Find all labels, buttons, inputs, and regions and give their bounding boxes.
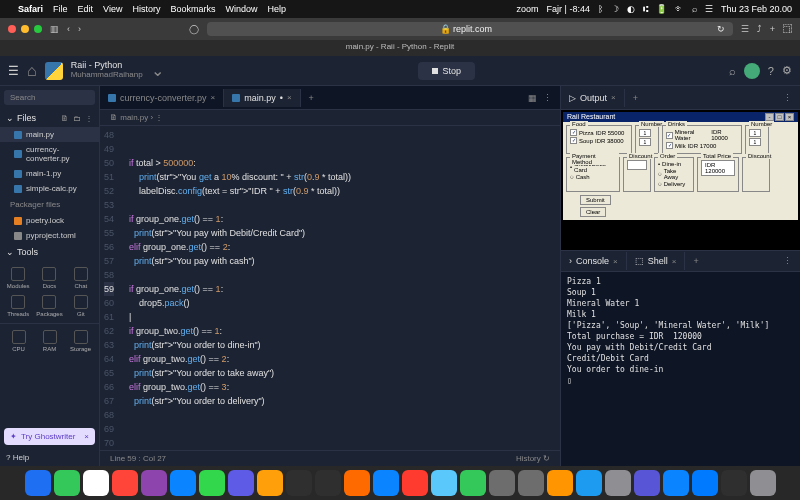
close-icon[interactable]: × — [84, 432, 89, 441]
menubar-app[interactable]: Safari — [18, 4, 43, 14]
dock-app-10[interactable] — [315, 470, 341, 496]
breadcrumb[interactable]: 🗎 main.py › ⋮ — [100, 110, 560, 126]
checkbox-pizza[interactable]: ✓ — [570, 129, 577, 136]
tool-modules[interactable]: Modules — [4, 265, 32, 291]
home-icon[interactable]: ⌂ — [27, 62, 37, 80]
dock-app-12[interactable] — [373, 470, 399, 496]
checkbox-water[interactable]: ✓ — [666, 132, 673, 139]
dock-app-24[interactable] — [721, 470, 747, 496]
dock-app-11[interactable] — [344, 470, 370, 496]
close-icon[interactable]: × — [287, 93, 292, 102]
menu-history[interactable]: History — [132, 4, 160, 14]
tab-output[interactable]: ▷ Output × — [561, 89, 625, 107]
dock-app-22[interactable] — [663, 470, 689, 496]
menu-icon[interactable]: ☰ — [8, 64, 19, 78]
share-icon[interactable]: ⤴ — [757, 24, 762, 34]
menubar-zoom[interactable]: zoom — [517, 4, 539, 14]
more-icon[interactable]: ⋮ — [543, 93, 552, 103]
file-item-poetry-lock[interactable]: poetry.lock — [0, 213, 99, 228]
new-file-icon[interactable]: 🗎 — [61, 114, 69, 123]
new-tab-icon[interactable]: + — [770, 24, 775, 34]
ai-icon[interactable]: ▦ — [528, 93, 537, 103]
dock-app-7[interactable] — [228, 470, 254, 496]
menu-help[interactable]: Help — [267, 4, 286, 14]
dock-app-4[interactable] — [141, 470, 167, 496]
code-editor[interactable]: 4849505152535455565758596061626364656667… — [100, 126, 560, 450]
file-item-currency-converter-py[interactable]: currency-converter.py — [0, 142, 99, 166]
menu-file[interactable]: File — [53, 4, 68, 14]
maximize-window-button[interactable] — [34, 25, 42, 33]
tab-main-py[interactable]: main.py•× — [224, 89, 300, 107]
close-window-button[interactable] — [8, 25, 16, 33]
checkbox-soup[interactable]: ✓ — [570, 137, 577, 144]
new-tab-button[interactable]: + — [301, 89, 322, 107]
tool-git[interactable]: Git — [67, 293, 95, 319]
tool-packages[interactable]: Packages — [34, 293, 64, 319]
tk-close-button[interactable]: × — [785, 113, 794, 121]
clear-button[interactable]: Clear — [580, 207, 606, 217]
dock-app-14[interactable] — [431, 470, 457, 496]
tab-console[interactable]: › Console × — [561, 252, 627, 270]
submit-button[interactable]: Submit — [580, 195, 611, 205]
dock-app-19[interactable] — [576, 470, 602, 496]
forward-button[interactable]: › — [78, 24, 81, 34]
qty-milk[interactable]: 1 — [749, 138, 761, 146]
menu-bookmarks[interactable]: Bookmarks — [170, 4, 215, 14]
minimize-window-button[interactable] — [21, 25, 29, 33]
search-icon[interactable]: ⌕ — [729, 65, 736, 77]
dock-app-25[interactable] — [750, 470, 776, 496]
new-tab-button[interactable]: + — [685, 252, 706, 270]
dock-app-17[interactable] — [518, 470, 544, 496]
console-output[interactable]: Pizza 1 Soup 1 Mineral Water 1 Milk 1 ['… — [561, 272, 800, 466]
qty-soup[interactable]: 1 — [639, 138, 651, 146]
dock-app-1[interactable] — [54, 470, 80, 496]
checkbox-milk[interactable]: ✓ — [666, 142, 673, 149]
dock-app-8[interactable] — [257, 470, 283, 496]
address-bar[interactable]: 🔒 replit.com ↻ — [207, 22, 733, 36]
control-center-icon[interactable]: ☰ — [705, 4, 713, 14]
dock-app-6[interactable] — [199, 470, 225, 496]
chevron-down-icon[interactable]: ⌄ — [151, 61, 164, 80]
notif-icon[interactable]: ? — [768, 65, 774, 77]
menubar-fajr[interactable]: Fajr | -8:44 — [547, 4, 590, 14]
file-item-simple-calc-py[interactable]: simple-calc.py — [0, 181, 99, 196]
sys-storage[interactable]: Storage — [66, 328, 95, 354]
dock-app-15[interactable] — [460, 470, 486, 496]
file-item-main-py[interactable]: main.py — [0, 127, 99, 142]
tool-docs[interactable]: Docs — [34, 265, 64, 291]
shortcuts-icon[interactable]: ⑆ — [643, 4, 648, 14]
more-icon[interactable]: ⋮ — [775, 89, 800, 107]
dock-app-13[interactable] — [402, 470, 428, 496]
dock-app-5[interactable] — [170, 470, 196, 496]
new-folder-icon[interactable]: 🗀 — [73, 114, 81, 123]
history-link[interactable]: History ↻ — [516, 454, 550, 463]
project-info[interactable]: Raii - Python MuhammadRaihanp — [71, 61, 143, 80]
invite-icon[interactable]: ⚙ — [782, 64, 792, 77]
tk-min-button[interactable]: - — [765, 113, 774, 121]
menu-edit[interactable]: Edit — [78, 4, 94, 14]
shield-icon[interactable]: ◯ — [189, 24, 199, 34]
more-icon[interactable]: ⋮ — [85, 114, 93, 123]
sys-ram[interactable]: RAM — [35, 328, 64, 354]
qty-pizza[interactable]: 1 — [639, 129, 651, 137]
tk-max-button[interactable]: □ — [775, 113, 784, 121]
menubar-clock[interactable]: Thu 23 Feb 20.00 — [721, 4, 792, 14]
help-link[interactable]: ? Help — [0, 449, 99, 466]
dock-app-3[interactable] — [112, 470, 138, 496]
bluetooth-icon[interactable]: ᛒ — [598, 4, 603, 14]
file-item-main-1-py[interactable]: main-1.py — [0, 166, 99, 181]
new-tab-button[interactable]: + — [625, 89, 646, 107]
back-button[interactable]: ‹ — [67, 24, 70, 34]
tools-header[interactable]: ⌄ Tools — [0, 243, 99, 261]
battery-icon[interactable]: 🔋 — [656, 4, 667, 14]
tab-shell[interactable]: ⬚ Shell × — [627, 252, 686, 270]
tool-chat[interactable]: Chat — [67, 265, 95, 291]
search-icon[interactable]: ⌕ — [692, 4, 697, 14]
dock-app-20[interactable] — [605, 470, 631, 496]
dock-app-23[interactable] — [692, 470, 718, 496]
reload-icon[interactable]: ↻ — [717, 24, 725, 34]
tab-currency-converter-py[interactable]: currency-converter.py× — [100, 89, 224, 107]
avatar[interactable] — [744, 63, 760, 79]
dock-app-16[interactable] — [489, 470, 515, 496]
dock-app-21[interactable] — [634, 470, 660, 496]
